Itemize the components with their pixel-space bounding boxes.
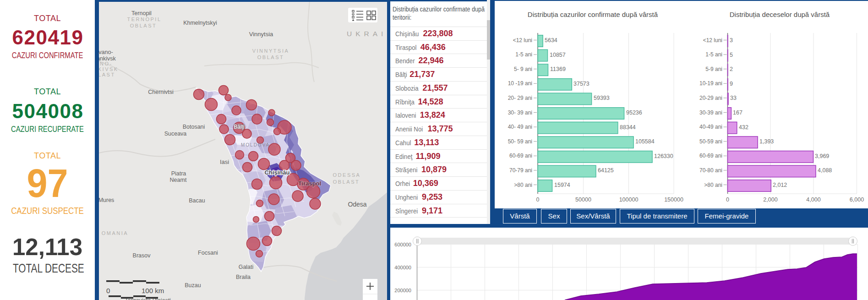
svg-text:400000: 400000 bbox=[394, 265, 411, 270]
svg-text:MOLDOVA: MOLDOVA bbox=[241, 142, 270, 147]
svg-text:Khmelnytskyi: Khmelnytskyi bbox=[183, 20, 217, 26]
svg-text:0: 0 bbox=[536, 196, 540, 203]
svg-text:4,088: 4,088 bbox=[818, 167, 832, 174]
svg-text:Chişinău: Chişinău bbox=[265, 169, 290, 176]
svg-text:1,393: 1,393 bbox=[759, 138, 774, 145]
svg-text:10 -19 ani: 10 -19 ani bbox=[508, 80, 532, 87]
svg-text:60-69 ani: 60-69 ani bbox=[699, 153, 722, 159]
svg-text:Focsani: Focsani bbox=[198, 250, 218, 256]
svg-text:Chernivtsi: Chernivtsi bbox=[148, 89, 174, 95]
svg-text:ANO-: ANO- bbox=[99, 61, 113, 66]
svg-text:Bacau: Bacau bbox=[189, 197, 205, 204]
svg-text:0: 0 bbox=[106, 287, 110, 295]
svg-text:167: 167 bbox=[733, 109, 742, 116]
svg-text:10-19 ani: 10-19 ani bbox=[699, 80, 722, 87]
svg-text:100000: 100000 bbox=[619, 196, 639, 203]
svg-text:Mures: Mures bbox=[99, 197, 114, 203]
svg-text:OBLAST: OBLAST bbox=[257, 55, 284, 60]
svg-text:11369: 11369 bbox=[550, 66, 566, 72]
svg-text:59393: 59393 bbox=[594, 95, 610, 101]
svg-text:Buzau: Buzau bbox=[185, 282, 201, 289]
svg-text:95236: 95236 bbox=[626, 109, 642, 116]
svg-text:105584: 105584 bbox=[635, 138, 655, 145]
svg-text:64125: 64125 bbox=[598, 167, 614, 174]
svg-text:15974: 15974 bbox=[554, 182, 570, 188]
svg-text:ODESSA: ODESSA bbox=[333, 172, 361, 178]
svg-text:88344: 88344 bbox=[620, 124, 636, 131]
svg-text:30-39 ani: 30-39 ani bbox=[699, 109, 722, 116]
svg-text:600000: 600000 bbox=[394, 242, 411, 247]
svg-text:Tiraspol: Tiraspol bbox=[298, 180, 321, 187]
svg-text:126330: 126330 bbox=[654, 153, 673, 159]
svg-text:200000: 200000 bbox=[394, 288, 411, 293]
svg-text:9: 9 bbox=[730, 81, 733, 87]
svg-text:OBLAST: OBLAST bbox=[333, 179, 360, 185]
svg-text:VINNYTSIA: VINNYTSIA bbox=[252, 48, 289, 54]
svg-text:100 km: 100 km bbox=[142, 287, 164, 295]
svg-text:Vinnytsia: Vinnytsia bbox=[249, 31, 273, 38]
svg-text:UKRAI: UKRAI bbox=[347, 30, 387, 38]
svg-text:60-69 ani: 60-69 ani bbox=[509, 153, 532, 159]
svg-text:4,000: 4,000 bbox=[806, 196, 820, 203]
svg-text:3: 3 bbox=[730, 37, 733, 44]
svg-text:Suceava: Suceava bbox=[164, 131, 187, 137]
svg-text:2,000: 2,000 bbox=[763, 196, 777, 203]
svg-text:NKIVSK: NKIVSK bbox=[99, 66, 119, 72]
svg-text:432: 432 bbox=[739, 124, 748, 131]
svg-text:20- 29 ani: 20- 29 ani bbox=[508, 95, 532, 101]
svg-text:TERNOPIL: TERNOPIL bbox=[127, 16, 161, 22]
svg-text:70-79 ani: 70-79 ani bbox=[509, 167, 532, 174]
svg-text:BLAST: BLAST bbox=[99, 72, 115, 77]
svg-text:6,000: 6,000 bbox=[850, 196, 864, 203]
svg-text:33: 33 bbox=[730, 95, 737, 101]
svg-text:50000: 50000 bbox=[575, 196, 591, 203]
svg-text:3,969: 3,969 bbox=[815, 153, 829, 159]
svg-text:37573: 37573 bbox=[573, 81, 590, 87]
svg-text:40- 49 ani: 40- 49 ani bbox=[508, 124, 532, 130]
svg-text:2,012: 2,012 bbox=[773, 182, 787, 188]
svg-text:1-5 ani: 1-5 ani bbox=[515, 51, 532, 58]
svg-text:0: 0 bbox=[726, 196, 729, 203]
svg-text:1-5 ani: 1-5 ani bbox=[705, 51, 722, 58]
svg-text:2: 2 bbox=[730, 66, 733, 72]
svg-text:OBLAST: OBLAST bbox=[130, 23, 157, 28]
svg-text:Distribuția cazurilor confirma: Distribuția cazurilor confirmate după vâ… bbox=[528, 11, 658, 18]
svg-text:50- 59 ani: 50- 59 ani bbox=[508, 138, 532, 145]
svg-text:50-59 ani: 50-59 ani bbox=[699, 138, 722, 145]
svg-text:<12 luni: <12 luni bbox=[703, 37, 722, 44]
svg-text:30- 39 ani: 30- 39 ani bbox=[508, 109, 532, 116]
svg-text:Iasi: Iasi bbox=[220, 158, 229, 165]
svg-text:<12 luni: <12 luni bbox=[513, 37, 532, 44]
svg-text:20-29 ani: 20-29 ani bbox=[699, 95, 722, 101]
svg-text:5- 9 ani: 5- 9 ani bbox=[514, 66, 532, 72]
svg-text:5: 5 bbox=[730, 52, 733, 58]
svg-text:5634: 5634 bbox=[545, 37, 557, 44]
svg-text:Botosani: Botosani bbox=[183, 124, 205, 130]
svg-text:Odesa: Odesa bbox=[348, 201, 366, 208]
svg-text:150000: 150000 bbox=[664, 196, 683, 203]
svg-text:Piatra: Piatra bbox=[171, 170, 186, 177]
svg-text:10857: 10857 bbox=[550, 52, 566, 58]
svg-text:Galati: Galati bbox=[239, 264, 254, 270]
svg-text:>80 ani: >80 ani bbox=[704, 182, 722, 188]
svg-text:Bălți: Bălți bbox=[234, 124, 244, 130]
svg-text:40-49 ani: 40-49 ani bbox=[699, 124, 722, 130]
svg-text:Brasov: Brasov bbox=[133, 252, 151, 259]
svg-text:70-80 ani: 70-80 ani bbox=[699, 167, 722, 174]
svg-text:5-9 ani: 5-9 ani bbox=[705, 66, 722, 72]
svg-text:>80 ani: >80 ani bbox=[514, 182, 532, 188]
svg-text:OMANIA: OMANIA bbox=[102, 230, 128, 236]
svg-text:Neamt: Neamt bbox=[170, 177, 187, 183]
svg-text:Braila: Braila bbox=[236, 274, 251, 280]
svg-text:Distribuția deceselor după vâr: Distribuția deceselor după vârstă bbox=[730, 11, 830, 18]
svg-text:vano-: vano- bbox=[99, 49, 113, 55]
svg-text:Ternopil: Ternopil bbox=[131, 10, 152, 16]
